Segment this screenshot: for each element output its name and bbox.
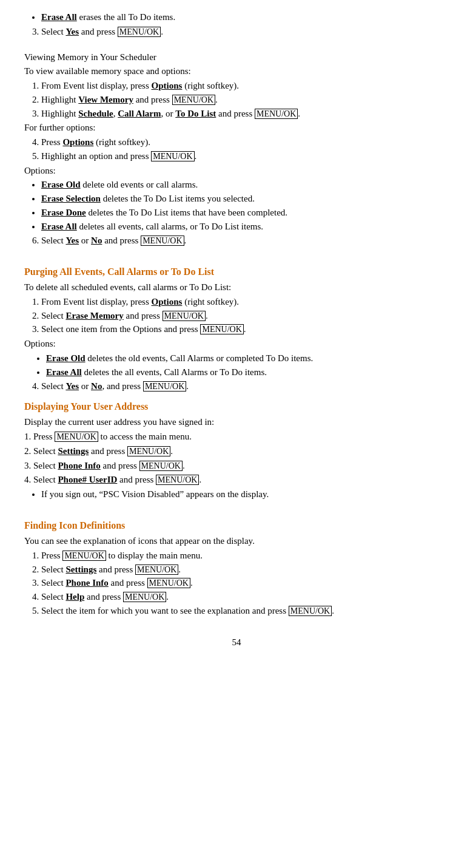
vm-step-4: Press Options (right softkey). xyxy=(41,136,449,149)
finding-title: Finding Icon Definitions xyxy=(24,518,449,532)
displaying-section: Displaying Your User Address Display the… xyxy=(24,399,449,501)
page-number: 54 xyxy=(24,636,449,649)
phone-userid-bold: Phone# UserID xyxy=(58,475,117,484)
menu-ok-key-5: MENU/OK xyxy=(141,236,184,246)
vm-step-2: Highlight View Memory and press MENU/OK. xyxy=(41,93,449,107)
erase-all-bullet-2: Erase All deletes all events, call alarm… xyxy=(41,220,449,234)
menu-ok-key-17: MENU/OK xyxy=(289,606,332,616)
disp-step-2: 2. Select Settings and press MENU/OK. xyxy=(24,445,449,458)
help-bold: Help xyxy=(65,592,84,602)
disp-step-3: 3. Select Phone Info and press MENU/OK. xyxy=(24,459,449,473)
vm-step-6: Select Yes or No and press MENU/OK. xyxy=(41,234,449,248)
finding-section: Finding Icon Definitions You can see the… xyxy=(24,518,449,618)
step-3a: Select Yes and press MENU/OK. xyxy=(41,25,449,39)
menu-ok-key-11: MENU/OK xyxy=(139,461,183,471)
finding-subtitle: You can see the explanation of icons tha… xyxy=(24,535,449,548)
purge-erase-old-bullet: Erase Old deletes the old events, Call A… xyxy=(46,352,449,365)
menu-ok-key-9: MENU/OK xyxy=(55,432,98,442)
erase-all-bullet: Erase All erases the all To Do items. xyxy=(41,11,449,24)
step3a-text: Select xyxy=(41,27,65,36)
menu-ok-key-14: MENU/OK xyxy=(135,565,178,575)
further-options-text: For further options: xyxy=(24,121,449,135)
purge-step-2: Select Erase Memory and press MENU/OK. xyxy=(41,310,449,323)
psc-vision-bullet: If you sign out, “PSC Vision Disabled” a… xyxy=(41,488,449,501)
erase-old-bullet: Erase Old delete old events or call alar… xyxy=(41,178,449,192)
schedule-bold: Schedule xyxy=(78,109,113,118)
options-bold-1: Options xyxy=(152,81,183,90)
yes-bold-2: Yes xyxy=(65,236,79,245)
options-label-2: Options: xyxy=(24,337,449,351)
options-bold-3: Options xyxy=(152,297,183,307)
find-step-1: Press MENU/OK to display the main menu. xyxy=(41,549,449,563)
top-section: Erase All erases the all To Do items. Se… xyxy=(24,11,449,39)
viewing-memory-section: Viewing Memory in Your Scheduler To view… xyxy=(24,51,449,248)
disp-step-1: 1. Press MENU/OK to access the main menu… xyxy=(24,430,449,444)
menu-ok-key-6: MENU/OK xyxy=(163,311,206,321)
no-bold-1: No xyxy=(91,236,102,245)
menu-ok-key-1: MENU/OK xyxy=(118,27,161,37)
menu-ok-key-16: MENU/OK xyxy=(123,592,166,602)
purge-step-4: Select Yes or No, and press MENU/OK. xyxy=(41,380,449,393)
settings-bold-1: Settings xyxy=(58,446,89,456)
find-step-5: Select the item for which you want to se… xyxy=(41,605,449,618)
menu-ok-key-13: MENU/OK xyxy=(62,551,106,561)
yes-label: Yes xyxy=(65,27,79,36)
purge-erase-all-bullet: Erase All deletes the all events, Call A… xyxy=(46,366,449,379)
vm-step-1: From Event list display, press Options (… xyxy=(41,80,449,93)
erase-selection-bullet: Erase Selection deletes the To Do List i… xyxy=(41,192,449,206)
settings-bold-2: Settings xyxy=(65,565,96,574)
phone-info-bold-2: Phone Info xyxy=(65,578,108,588)
erase-all-text: erases the all To Do items. xyxy=(77,12,175,22)
erase-all-label: Erase All xyxy=(41,12,77,22)
viewing-memory-title: Viewing Memory in Your Scheduler xyxy=(24,51,449,64)
no-bold-2: No xyxy=(91,381,102,391)
step3a-and-press: and press xyxy=(79,27,118,36)
options-label-1: Options: xyxy=(24,164,449,178)
menu-ok-key-10: MENU/OK xyxy=(127,446,170,456)
menu-ok-key-8: MENU/OK xyxy=(143,381,186,392)
menu-ok-key-12: MENU/OK xyxy=(156,475,199,485)
displaying-title: Displaying Your User Address xyxy=(24,399,449,413)
menu-ok-key-3: MENU/OK xyxy=(255,109,298,119)
find-step-4: Select Help and press MENU/OK. xyxy=(41,591,449,604)
vm-step-3: Highlight Schedule, Call Alarm, or To Do… xyxy=(41,107,449,121)
purging-subtitle: To delete all scheduled events, call ala… xyxy=(24,281,449,294)
menu-ok-key-4: MENU/OK xyxy=(151,151,194,161)
find-step-3: Select Phone Info and press MENU/OK. xyxy=(41,577,449,590)
view-memory-bold: View Memory xyxy=(78,95,133,104)
erase-done-bullet: Erase Done deletes the To Do List items … xyxy=(41,206,449,220)
find-step-2: Select Settings and press MENU/OK. xyxy=(41,563,449,577)
vm-step-5: Highlight an option and press MENU/OK. xyxy=(41,150,449,163)
viewing-memory-subtitle: To view available memory space and optio… xyxy=(24,65,449,78)
to-do-list-bold: To Do List xyxy=(175,109,216,118)
phone-info-bold-1: Phone Info xyxy=(58,461,100,470)
menu-ok-key-7: MENU/OK xyxy=(200,324,243,334)
purge-step-1: From Event list display, press Options (… xyxy=(41,296,449,309)
purging-section: Purging All Events, Call Alarms or To Do… xyxy=(24,265,449,393)
purging-title: Purging All Events, Call Alarms or To Do… xyxy=(24,265,449,279)
menu-ok-key-2: MENU/OK xyxy=(172,95,215,105)
displaying-subtitle: Display the current user address you hav… xyxy=(24,416,449,429)
yes-bold-3: Yes xyxy=(65,381,79,391)
call-alarm-bold: Call Alarm xyxy=(118,109,161,118)
menu-ok-key-15: MENU/OK xyxy=(147,578,190,588)
options-bold-2: Options xyxy=(62,137,93,147)
purge-step-3: Select one item from the Options and pre… xyxy=(41,323,449,336)
disp-step-4: 4. Select Phone# UserID and press MENU/O… xyxy=(24,473,449,487)
erase-memory-bold: Erase Memory xyxy=(65,311,123,320)
